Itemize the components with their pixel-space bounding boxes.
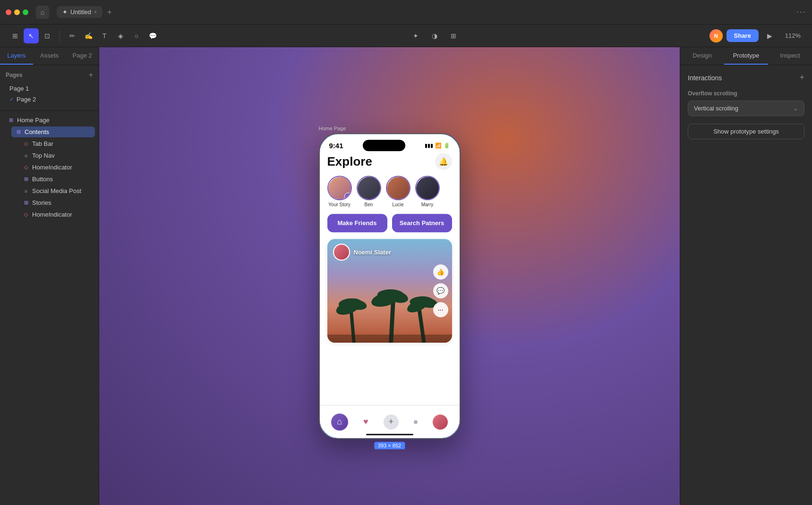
like-button[interactable]: 👍	[433, 264, 448, 279]
marry-avatar-image	[416, 177, 440, 200]
page-item-1[interactable]: Page 1	[6, 83, 93, 94]
left-panel: Layers Assets Page 2 Pages + Page 1 ✓ Pa…	[0, 47, 99, 505]
layer-contents[interactable]: ⊞ Contents	[11, 126, 95, 137]
sparkle-icon[interactable]: ✦	[408, 28, 423, 43]
tab-heart-icon[interactable]: ♥	[363, 417, 368, 427]
tab-inspect[interactable]: Inspect	[768, 47, 812, 65]
layer-home-indicator-2-label: HomeIndicator	[32, 211, 72, 218]
pages-section: Pages + Page 1 ✓ Page 2	[0, 65, 99, 111]
overflow-section: Overflow scrolling Vertical scrolling ⌄	[688, 90, 804, 116]
text-tool-button[interactable]: T	[97, 28, 112, 43]
tab-page2[interactable]: Page 2	[66, 47, 99, 65]
layer-contents-label: Contents	[25, 128, 49, 135]
play-button[interactable]: ▶	[762, 28, 778, 43]
minimize-button[interactable]	[14, 9, 20, 15]
interactions-title: Interactions	[688, 74, 722, 82]
ben-avatar-image	[358, 177, 381, 200]
page-item-2[interactable]: ✓ Page 2	[6, 94, 93, 105]
layer-top-nav[interactable]: ≡ Top Nav	[19, 150, 95, 161]
tab-dot-icon[interactable]	[414, 420, 418, 424]
overflow-value: Vertical scrolling	[694, 105, 738, 112]
contrast-icon[interactable]: ◑	[427, 28, 442, 43]
phone-mockup[interactable]: 9:41 ▮▮▮ 📶 🔋 Explore 🔔	[319, 133, 461, 439]
tab-assets[interactable]: Assets	[33, 47, 66, 65]
layer-home-page[interactable]: ⊞ Home Page	[4, 115, 95, 126]
add-tab-button[interactable]: +	[103, 6, 115, 19]
add-page-button[interactable]: +	[89, 71, 93, 79]
layer-home-indicator-1-label: HomeIndicator	[32, 164, 72, 171]
grid-icon[interactable]: ⊞	[446, 28, 461, 43]
diamond-icon: ◇	[23, 141, 29, 147]
tab-home-icon[interactable]: ⌂	[331, 413, 348, 430]
svg-rect-12	[327, 335, 452, 343]
right-panel-content: Interactions + Overflow scrolling Vertic…	[680, 65, 812, 147]
overflow-scrolling-label: Overflow scrolling	[688, 90, 804, 97]
action-buttons: Make Friends Search Patners	[327, 214, 452, 232]
title-bar: ⌂ ✦ Untitled × + ···	[0, 0, 812, 25]
comment-tool-button[interactable]: 💬	[145, 28, 160, 43]
fullscreen-button[interactable]	[23, 9, 28, 15]
page1-label: Page 1	[9, 85, 29, 92]
story-item-your-story[interactable]: + Your Story	[327, 176, 352, 207]
zoom-level[interactable]: 112%	[781, 30, 804, 41]
tab-design[interactable]: Design	[680, 47, 724, 65]
tool-group-shapes: ✏ ✍ T ◈ ○ 💬	[65, 28, 160, 43]
signal-icon: ▮▮▮	[425, 143, 433, 149]
story-item-ben[interactable]: Ben	[357, 176, 381, 207]
tab-close-icon[interactable]: ×	[94, 9, 97, 15]
tab-prototype[interactable]: Prototype	[724, 47, 768, 65]
story-item-marry[interactable]: Marry	[415, 176, 440, 207]
phone-frame-wrapper: Home Page 9:41 ▮▮▮ 📶 🔋	[319, 126, 461, 439]
frame-tool-button[interactable]: ⊡	[40, 28, 55, 43]
overflow-scrolling-select[interactable]: Vertical scrolling ⌄	[688, 101, 804, 116]
frame-icon: ⊞	[15, 129, 22, 135]
show-prototype-settings-button[interactable]: Show prototype settings	[688, 124, 804, 139]
marry-label: Marry	[421, 202, 434, 207]
layer-stories[interactable]: ⊞ Stories	[19, 197, 95, 208]
layer-buttons[interactable]: ⊞ Buttons	[19, 174, 95, 185]
comment-button[interactable]: 💬	[433, 283, 448, 298]
explore-title: Explore	[327, 154, 372, 169]
close-button[interactable]	[6, 9, 11, 15]
pages-title: Pages	[6, 72, 22, 78]
toolbar-center: ✦ ◑ ⊞	[162, 28, 708, 43]
lucie-avatar-image	[387, 177, 410, 200]
stories-row: + Your Story Ben	[327, 176, 452, 207]
titlebar-right: ···	[796, 7, 806, 17]
interactions-header: Interactions +	[688, 73, 804, 83]
layer-home-indicator-1[interactable]: ◇ HomeIndicator	[19, 162, 95, 173]
more-button[interactable]: ···	[433, 302, 448, 317]
main-layout: Layers Assets Page 2 Pages + Page 1 ✓ Pa…	[0, 47, 812, 505]
explore-header: Explore 🔔	[327, 153, 452, 170]
canvas[interactable]: Home Page 9:41 ▮▮▮ 📶 🔋	[99, 47, 680, 505]
frame-icon: ⊞	[23, 176, 29, 182]
add-interaction-button[interactable]: +	[799, 73, 804, 83]
pencil-tool-button[interactable]: ✍	[81, 28, 96, 43]
layer-social-media-post[interactable]: ≡ Social Media Post	[19, 185, 95, 196]
dynamic-island	[363, 140, 405, 151]
move-tool-button[interactable]: ⊞	[8, 28, 23, 43]
wifi-icon: 📶	[435, 143, 442, 149]
share-button[interactable]: Share	[727, 29, 759, 42]
traffic-lights	[6, 9, 28, 15]
pages-header: Pages +	[6, 71, 93, 79]
tab-user-avatar[interactable]	[433, 414, 448, 429]
current-tab[interactable]: ✦ Untitled ×	[57, 6, 103, 18]
search-patners-button[interactable]: Search Patners	[392, 214, 452, 232]
pen-tool-button[interactable]: ✏	[65, 28, 80, 43]
tab-add-icon[interactable]: +	[384, 414, 399, 429]
layer-tab-bar[interactable]: ◇ Tab Bar	[19, 138, 95, 149]
notification-button[interactable]: 🔔	[435, 153, 452, 170]
component-tool-button[interactable]: ◈	[113, 28, 128, 43]
shape-tool-button[interactable]: ○	[129, 28, 144, 43]
more-options-icon[interactable]: ···	[796, 7, 806, 17]
make-friends-button[interactable]: Make Friends	[327, 214, 387, 232]
story-item-lucie[interactable]: Lucie	[386, 176, 410, 207]
layer-home-indicator-2[interactable]: ◇ HomeIndicator	[19, 209, 95, 220]
tab-icon: ✦	[62, 8, 68, 16]
home-icon[interactable]: ⌂	[36, 6, 49, 19]
select-tool-button[interactable]: ↖	[24, 28, 39, 43]
post-username: Noemi Slater	[354, 249, 391, 256]
status-time: 9:41	[329, 142, 343, 150]
tab-layers[interactable]: Layers	[0, 47, 33, 65]
